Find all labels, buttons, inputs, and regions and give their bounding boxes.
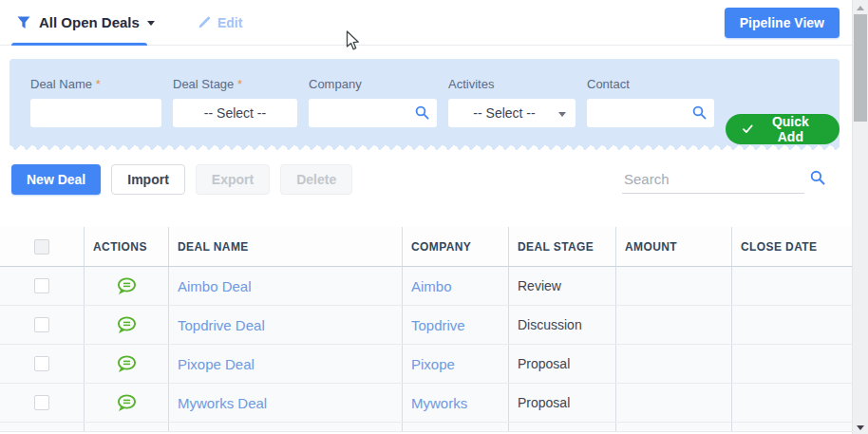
- deal-stage-value: Proposal: [508, 384, 615, 422]
- deal-stage-select[interactable]: -- Select --: [173, 99, 297, 127]
- amount-value: [615, 267, 731, 305]
- edit-view-button[interactable]: Edit: [198, 15, 242, 30]
- company-link[interactable]: Myworks: [402, 384, 508, 422]
- export-button[interactable]: Export: [196, 164, 270, 195]
- activites-field: Activites -- Select --: [448, 77, 576, 144]
- deal-name-link[interactable]: Pixope Deal: [168, 345, 402, 383]
- column-header-close-date: CLOSE DATE: [731, 227, 852, 266]
- deal-name-field: Deal Name *: [30, 77, 161, 144]
- header-checkbox-cell: [0, 227, 84, 266]
- content-area: All Open Deals Edit Pipeline View Deal N…: [0, 0, 852, 434]
- magnifier-icon[interactable]: [692, 105, 707, 120]
- scroll-down-arrow-icon[interactable]: [857, 425, 864, 430]
- close-date-value: [731, 267, 852, 305]
- table-header-row: ACTIONS DEAL NAME COMPANY DEAL STAGE AMO…: [0, 227, 852, 267]
- row-checkbox[interactable]: [34, 356, 49, 371]
- comment-bubble-icon[interactable]: [116, 394, 137, 412]
- comment-bubble-icon[interactable]: [116, 277, 137, 295]
- deal-name-link[interactable]: Topdrive Deal: [168, 306, 402, 344]
- company-field: Company: [309, 77, 437, 144]
- column-header-deal-name: DEAL NAME: [168, 227, 402, 266]
- deal-name-link[interactable]: Aimbo Deal: [168, 267, 402, 305]
- deals-page: All Open Deals Edit Pipeline View Deal N…: [0, 0, 868, 434]
- company-label: Company: [309, 77, 437, 91]
- column-header-company: COMPANY: [402, 227, 508, 266]
- comment-bubble-icon[interactable]: [116, 316, 137, 334]
- table-search: [622, 168, 804, 194]
- amount-value: [615, 306, 731, 344]
- caret-down-icon: [147, 21, 155, 26]
- contact-label: Contact: [587, 77, 714, 91]
- deal-stage-value: Review: [508, 267, 615, 305]
- deal-name-input[interactable]: [30, 99, 161, 127]
- contact-field: Contact: [587, 77, 714, 144]
- column-header-deal-stage: DEAL STAGE: [508, 227, 615, 266]
- scrollbar-thumb[interactable]: [854, 14, 867, 122]
- quick-add-panel: Deal Name * Deal Stage * -- Select -- Co…: [9, 59, 840, 144]
- table-search-input[interactable]: [622, 168, 804, 194]
- pencil-icon: [198, 16, 211, 28]
- check-icon: [743, 124, 753, 134]
- caret-down-icon: [558, 112, 566, 117]
- deal-stage-value: Discussion: [508, 306, 615, 344]
- close-date-value: [731, 384, 852, 422]
- close-date-value: [731, 306, 852, 344]
- contact-search-wrap: [587, 99, 714, 127]
- table-row: Aimbo Deal Aimbo Review: [0, 267, 852, 306]
- table-row: Myworks Deal Myworks Proposal: [0, 384, 852, 423]
- deal-stage-field: Deal Stage * -- Select --: [173, 77, 297, 144]
- activites-label: Activites: [448, 77, 576, 91]
- deal-name-link[interactable]: Myworks Deal: [168, 384, 402, 422]
- company-link[interactable]: Pixope: [402, 345, 508, 383]
- magnifier-icon[interactable]: [415, 105, 429, 120]
- row-checkbox[interactable]: [34, 278, 49, 293]
- amount-value: [615, 384, 731, 422]
- comment-bubble-icon[interactable]: [116, 355, 137, 373]
- pipeline-view-button[interactable]: Pipeline View: [725, 8, 840, 38]
- row-checkbox[interactable]: [34, 317, 49, 332]
- vertical-scrollbar[interactable]: [852, 0, 868, 434]
- deal-name-label: Deal Name *: [30, 77, 161, 91]
- close-date-value: [731, 345, 852, 383]
- column-header-amount: AMOUNT: [615, 227, 731, 266]
- company-link[interactable]: Topdrive: [402, 306, 508, 344]
- magnifier-icon[interactable]: [810, 170, 825, 185]
- deal-stage-label: Deal Stage *: [173, 77, 297, 91]
- import-button[interactable]: Import: [111, 164, 185, 195]
- amount-value: [615, 345, 731, 383]
- quick-add-button[interactable]: Quick Add: [726, 114, 840, 144]
- view-selector-all-open-deals[interactable]: All Open Deals: [0, 0, 166, 46]
- activites-select[interactable]: -- Select --: [448, 99, 576, 127]
- new-deal-button[interactable]: New Deal: [11, 164, 101, 195]
- edit-label: Edit: [217, 15, 242, 30]
- row-checkbox[interactable]: [34, 395, 49, 410]
- view-selector-label: All Open Deals: [39, 14, 140, 30]
- funnel-icon: [17, 16, 30, 29]
- deals-table: ACTIONS DEAL NAME COMPANY DEAL STAGE AMO…: [0, 227, 852, 432]
- delete-button[interactable]: Delete: [280, 164, 352, 195]
- company-search-wrap: [309, 99, 437, 127]
- top-bar: All Open Deals Edit Pipeline View: [0, 0, 852, 46]
- deal-stage-value: Proposal: [508, 345, 615, 383]
- table-toolbar: New Deal Import Export Delete: [11, 164, 852, 195]
- column-header-actions: ACTIONS: [84, 227, 168, 266]
- scroll-up-arrow-icon[interactable]: [857, 6, 864, 10]
- select-all-checkbox[interactable]: [34, 239, 49, 255]
- company-link[interactable]: Aimbo: [402, 267, 508, 305]
- table-row-partial: [0, 423, 852, 432]
- table-row: Pixope Deal Pixope Proposal: [0, 345, 852, 384]
- active-tab-underline: [11, 43, 147, 46]
- table-row: Topdrive Deal Topdrive Discussion: [0, 306, 852, 345]
